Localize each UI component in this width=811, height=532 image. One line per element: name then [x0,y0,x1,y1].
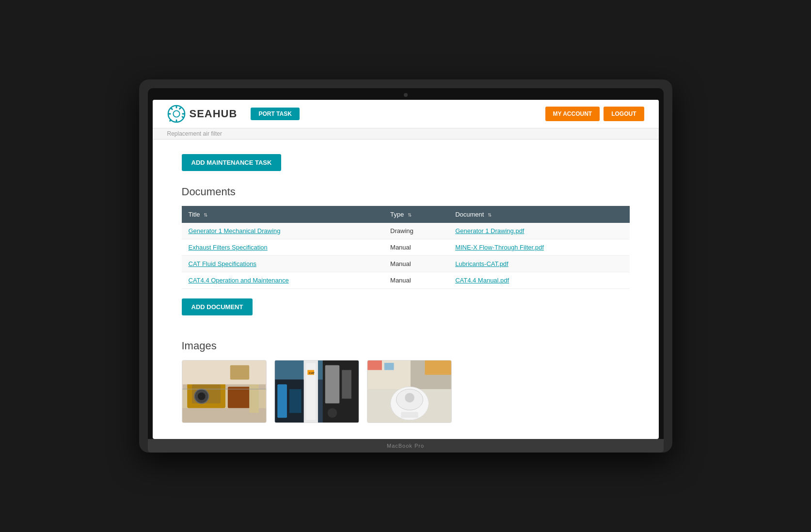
doc-title-cell: Exhaust Filters Specification [182,239,384,256]
camera [404,93,408,97]
doc-file-cell: CAT4.4 Manual.pdf [448,272,629,289]
image-card-1 [182,360,267,423]
svg-rect-3 [175,119,177,122]
logo-text: SEAHUB [190,108,238,120]
image-card-2: CAT [274,360,359,423]
svg-rect-2 [175,106,177,109]
image-card-3 [367,360,452,423]
doc-title-cell: CAT4.4 Operation and Maintenance [182,272,384,289]
svg-text:CAT: CAT [309,372,315,375]
app-wrapper: SEAHUB PORT TASK MY ACCOUNT LOGOUT Repla… [153,100,659,439]
add-maintenance-button[interactable]: ADD MAINTENANCE TASK [182,154,282,171]
laptop-base: MacBook Pro [148,439,664,453]
logout-button[interactable]: LOGOUT [604,107,644,121]
doc-file-link[interactable]: CAT4.4 Manual.pdf [455,277,509,284]
table-row: CAT4.4 Operation and MaintenanceManualCA… [182,272,630,289]
sort-icon-type: ⇅ [408,212,412,218]
doc-file-link[interactable]: Lubricants-CAT.pdf [455,260,509,267]
doc-title-cell: Generator 1 Mechanical Drawing [182,223,384,239]
svg-rect-30 [289,389,301,413]
images-section: Images [182,340,630,423]
sort-icon-title: ⇅ [204,212,207,218]
port-task-tab[interactable]: PORT TASK [251,108,299,120]
images-title: Images [182,340,630,352]
svg-rect-5 [182,113,185,115]
doc-file-cell: MINE-X Flow-Through Filter.pdf [448,239,629,256]
svg-point-34 [327,408,337,418]
doc-type-cell: Drawing [383,223,448,239]
images-grid: CAT [182,360,630,423]
svg-rect-29 [277,384,287,418]
svg-rect-20 [230,365,249,380]
screen: SEAHUB PORT TASK MY ACCOUNT LOGOUT Repla… [153,100,659,439]
svg-rect-32 [325,365,339,404]
svg-rect-42 [401,412,418,418]
svg-point-41 [405,393,414,403]
doc-file-link[interactable]: Generator 1 Drawing.pdf [455,227,524,235]
col-document: Document ⇅ [448,206,629,223]
my-account-button[interactable]: MY ACCOUNT [545,107,600,121]
table-row: Exhaust Filters SpecificationManualMINE-… [182,239,630,256]
doc-type-cell: Manual [383,272,448,289]
header-buttons: MY ACCOUNT LOGOUT [545,107,644,121]
doc-title-cell: CAT Fluid Specifications [182,256,384,272]
sort-icon-document: ⇅ [488,212,492,218]
svg-point-1 [173,110,179,117]
table-row: Generator 1 Mechanical DrawingDrawingGen… [182,223,630,239]
laptop-frame: SEAHUB PORT TASK MY ACCOUNT LOGOUT Repla… [139,79,672,453]
parts-image [367,360,451,422]
table-row: CAT Fluid SpecificationsManualLubricants… [182,256,630,272]
svg-rect-45 [384,363,394,370]
engine-image [182,360,266,422]
macbook-label: MacBook Pro [387,443,424,449]
svg-rect-19 [182,360,266,384]
svg-rect-4 [168,113,171,115]
svg-rect-43 [367,360,382,370]
main-content: ADD MAINTENANCE TASK Documents Title ⇅ [153,140,659,438]
logo-area: SEAHUB PORT TASK [167,105,300,123]
screen-bezel: SEAHUB PORT TASK MY ACCOUNT LOGOUT Repla… [148,88,664,439]
col-type: Type ⇅ [383,206,448,223]
gear-icon [167,105,186,123]
breadcrumb: Replacement air filter [153,128,659,140]
doc-file-cell: Generator 1 Drawing.pdf [448,223,629,239]
documents-section: Documents Title ⇅ Type [182,186,630,335]
documents-table: Title ⇅ Type ⇅ Document [182,206,630,289]
doc-type-cell: Manual [383,256,448,272]
svg-rect-44 [425,360,451,375]
doc-title-link[interactable]: Generator 1 Mechanical Drawing [189,227,281,235]
doc-file-link[interactable]: MINE-X Flow-Through Filter.pdf [455,244,544,251]
col-title: Title ⇅ [182,206,384,223]
doc-title-link[interactable]: Exhaust Filters Specification [189,244,268,251]
svg-rect-14 [227,387,251,408]
add-document-button[interactable]: ADD DOCUMENT [182,298,253,315]
header: SEAHUB PORT TASK MY ACCOUNT LOGOUT [153,100,659,128]
doc-title-link[interactable]: CAT Fluid Specifications [189,260,256,267]
doc-title-link[interactable]: CAT4.4 Operation and Maintenance [189,277,289,284]
cat-filter-image: CAT [275,360,359,422]
documents-title: Documents [182,186,630,198]
doc-type-cell: Manual [383,239,448,256]
svg-rect-33 [342,370,351,399]
nav-tabs: PORT TASK [251,108,299,120]
doc-file-cell: Lubricants-CAT.pdf [448,256,629,272]
table-header-row: Title ⇅ Type ⇅ Document [182,206,630,223]
svg-point-16 [197,392,205,400]
